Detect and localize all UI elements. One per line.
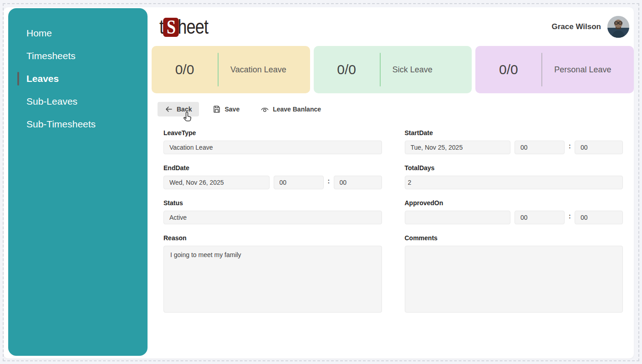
sidebar-item-timesheets[interactable]: Timesheets [8,45,148,67]
reason-textarea[interactable]: I going to meet my family [163,246,382,313]
time-separator: : [328,177,330,185]
field-comments: Comments [405,234,623,314]
start-hour-input[interactable] [515,141,565,154]
sidebar-item-sub-timesheets[interactable]: Sub-Timesheets [8,113,148,136]
app-window: Home Timesheets Leaves Sub-Leaves Sub-Ti… [4,7,634,359]
leave-balance-cards: 0/0 Vacation Leave 0/0 Sick Leave 0/0 Pe… [151,46,634,93]
sidebar-item-home[interactable]: Home [8,22,148,45]
leave-type-input[interactable] [163,141,382,154]
start-date-controls: : [405,141,623,154]
field-approved-on: ApprovedOn : [405,199,623,224]
eye-icon [260,105,269,114]
field-leave-type: LeaveType [163,129,382,154]
user-menu: Grace Wilson [552,16,630,38]
sick-leave-card: 0/0 Sick Leave [314,46,472,93]
leave-balance-button[interactable]: Leave Banlance [253,102,328,116]
approved-minute-input[interactable] [575,211,623,224]
save-button-label: Save [224,106,239,113]
vacation-leave-count: 0/0 [152,62,218,77]
field-end-date: EndDate : [163,164,382,189]
time-separator: : [569,142,571,150]
sick-leave-label: Sick Leave [381,63,458,76]
mouse-cursor-icon [183,111,193,124]
personal-leave-card: 0/0 Personal Leave [475,46,634,93]
sidebar-item-sub-leaves[interactable]: Sub-Leaves [8,90,148,113]
header: t S heet Grace Wilson [151,7,634,46]
sidebar-item-label: Leaves [26,73,59,84]
personal-leave-label: Personal Leave [542,63,620,76]
sidebar-item-label: Sub-Leaves [26,96,77,107]
field-start-date: StartDate : [405,129,623,154]
total-days-input[interactable] [405,176,623,189]
end-date-label: EndDate [163,164,382,172]
sidebar-item-label: Home [26,28,52,39]
back-button[interactable]: Back [158,102,199,116]
avatar[interactable] [607,16,629,38]
vacation-leave-label: Vacation Leave [219,63,296,76]
sidebar-item-label: Timesheets [26,51,76,61]
field-status: Status [163,199,382,224]
sidebar-item-label: Sub-Timesheets [26,119,96,130]
field-total-days: TotalDays [405,164,623,189]
leave-form: LeaveType StartDate : EndDate : [151,116,634,314]
start-date-label: StartDate [405,129,623,136]
reason-label: Reason [163,234,382,242]
leave-type-label: LeaveType [163,129,382,136]
sidebar-item-leaves[interactable]: Leaves [8,67,148,90]
total-days-label: TotalDays [405,164,623,172]
sidebar: Home Timesheets Leaves Sub-Leaves Sub-Ti… [8,8,148,356]
save-icon [213,105,221,113]
approved-hour-input[interactable] [515,211,565,224]
app-logo: t S heet [159,15,208,38]
end-hour-input[interactable] [274,176,324,189]
end-date-input[interactable] [163,176,270,189]
start-date-input[interactable] [405,141,511,154]
comments-textarea[interactable] [405,246,623,313]
leave-balance-button-label: Leave Banlance [273,106,321,113]
logo-s-badge: S [163,18,178,37]
vacation-leave-card: 0/0 Vacation Leave [152,46,310,93]
main-content: t S heet Grace Wilson [151,7,634,359]
status-input[interactable] [163,211,382,224]
approved-on-controls: : [405,211,623,224]
active-indicator-bar [17,72,19,86]
avatar-person-icon [607,16,629,38]
status-label: Status [163,199,382,207]
logo-text-suffix: heet [178,15,208,38]
time-separator: : [569,212,571,220]
approved-on-date-input[interactable] [405,211,511,224]
start-minute-input[interactable] [575,141,623,154]
back-arrow-icon [165,105,173,113]
sick-leave-count: 0/0 [314,62,380,77]
personal-leave-count: 0/0 [475,62,541,77]
toolbar: Back Save Le [151,102,634,116]
user-name: Grace Wilson [552,22,601,31]
approved-on-label: ApprovedOn [405,199,623,207]
comments-label: Comments [405,234,623,242]
save-button[interactable]: Save [205,102,247,116]
end-date-controls: : [163,176,382,189]
field-reason: Reason I going to meet my family [163,234,382,314]
end-minute-input[interactable] [334,176,382,189]
